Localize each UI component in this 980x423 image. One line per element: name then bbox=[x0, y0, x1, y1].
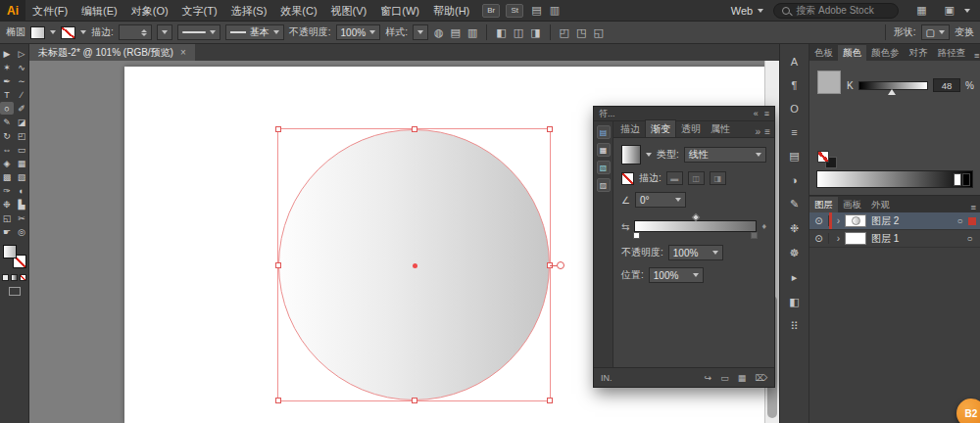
artboard-tool[interactable]: ◱ bbox=[0, 212, 14, 224]
color-mode-button[interactable] bbox=[2, 274, 9, 281]
layer-thumbnail[interactable] bbox=[845, 214, 866, 227]
width-tool[interactable]: ⇔ bbox=[0, 143, 14, 156]
grid-icon[interactable]: ▦ bbox=[738, 373, 747, 383]
gradient-type-dropdown[interactable]: 线性 bbox=[684, 147, 766, 163]
hand-tool[interactable]: ☛ bbox=[0, 225, 14, 238]
shape-properties-dropdown[interactable]: ▢ bbox=[921, 24, 950, 40]
stroke-weight-input[interactable] bbox=[119, 24, 152, 40]
align-top-icon[interactable]: ◰ bbox=[559, 26, 570, 39]
layer-row[interactable]: ⊙ › 图层 1 ○ bbox=[809, 230, 980, 248]
selection-handle[interactable] bbox=[275, 126, 281, 132]
layer-name[interactable]: 图层 2 bbox=[871, 214, 954, 228]
grayscale-spectrum[interactable] bbox=[816, 170, 973, 188]
tab-align[interactable]: 对齐 bbox=[905, 45, 933, 61]
layer-name[interactable]: 图层 1 bbox=[871, 232, 963, 246]
paintbrush-tool[interactable]: ✐ bbox=[15, 102, 28, 115]
reverse-gradient-icon[interactable]: ⇆ bbox=[621, 221, 629, 232]
menu-file[interactable]: 文件(F) bbox=[25, 0, 74, 22]
preferences-icon[interactable]: ▥ bbox=[466, 26, 478, 39]
panel-menu-icon[interactable]: ≡ bbox=[966, 202, 980, 212]
scale-tool[interactable]: ◰ bbox=[15, 129, 28, 142]
menu-type[interactable]: 文字(T) bbox=[175, 0, 224, 22]
selection-handle[interactable] bbox=[275, 398, 281, 403]
selection-handle[interactable] bbox=[547, 398, 553, 403]
column-graph-tool[interactable]: ▙ bbox=[15, 198, 28, 211]
screen-mode-button[interactable] bbox=[9, 287, 21, 296]
line-segment-tool[interactable]: ∕ bbox=[15, 88, 28, 101]
visibility-eye-icon[interactable]: ⊙ bbox=[809, 215, 829, 226]
eraser-tool[interactable]: ◪ bbox=[15, 116, 28, 128]
stroke-along-button[interactable]: ◫ bbox=[688, 171, 705, 185]
fill-color-swatch[interactable] bbox=[30, 26, 45, 39]
stock-search-input[interactable]: 搜索 Adobe Stock bbox=[773, 3, 899, 19]
stroke-weight-dropdown[interactable] bbox=[157, 24, 172, 40]
style-dropdown[interactable] bbox=[413, 24, 428, 40]
fill-none-swatch[interactable] bbox=[817, 151, 829, 163]
tab-pathfinder[interactable]: 路径查 bbox=[933, 45, 971, 61]
brushes-mini-icon[interactable]: ▦ bbox=[597, 143, 611, 157]
appearance-panel-icon[interactable]: ≡ bbox=[791, 126, 797, 138]
panel-menu-icon[interactable]: ≡ bbox=[764, 126, 770, 137]
tab-overflow-icon[interactable]: » bbox=[756, 126, 761, 137]
tab-artboards[interactable]: 画板 bbox=[838, 197, 866, 212]
none-mode-button[interactable] bbox=[20, 274, 26, 281]
tab-gradient[interactable]: 渐变 bbox=[645, 119, 676, 137]
slice-tool[interactable]: ✂ bbox=[15, 212, 28, 224]
stepper-arrows-icon[interactable] bbox=[141, 29, 147, 36]
expand-arrow-icon[interactable]: › bbox=[832, 215, 845, 226]
gradient-stop-end[interactable] bbox=[751, 232, 758, 239]
k-value-input[interactable]: 48 bbox=[933, 78, 960, 92]
duplicate-icon[interactable]: ▭ bbox=[720, 373, 729, 383]
align-left-icon[interactable]: ◧ bbox=[495, 26, 507, 39]
menu-view[interactable]: 视图(V) bbox=[324, 0, 374, 22]
layer-row[interactable]: ⊙ › 图层 2 ○ bbox=[809, 212, 980, 230]
selection-handle[interactable] bbox=[412, 398, 417, 403]
bridge-badge[interactable]: Br bbox=[482, 4, 500, 18]
tab-properties[interactable]: 属性 bbox=[706, 120, 735, 137]
tab-color[interactable]: 颜色 bbox=[838, 45, 866, 61]
visibility-eye-icon[interactable]: ⊙ bbox=[809, 233, 829, 244]
workspace-switcher[interactable]: Web bbox=[731, 5, 763, 17]
target-circle-icon[interactable]: ○ bbox=[954, 215, 966, 226]
stroke-color-swatch[interactable] bbox=[61, 26, 75, 39]
angle-dropdown[interactable]: 0° bbox=[635, 192, 686, 208]
rotate-tool[interactable]: ↻ bbox=[0, 129, 14, 142]
black-quick-swatch[interactable] bbox=[962, 173, 970, 186]
lasso-tool[interactable]: ∿ bbox=[15, 61, 28, 73]
stroke-across-button[interactable]: ◨ bbox=[710, 171, 726, 185]
notification-badge[interactable]: B2 bbox=[956, 399, 980, 423]
tab-layers[interactable]: 图层 bbox=[809, 197, 838, 212]
tab-stroke[interactable]: 描边 bbox=[615, 120, 645, 137]
current-color-swatch[interactable] bbox=[817, 70, 841, 94]
tab-swatches[interactable]: 色板 bbox=[809, 45, 838, 61]
swatches-mini-icon[interactable]: ▤ bbox=[597, 125, 611, 139]
arrange-documents-icon[interactable]: ▤ bbox=[531, 4, 541, 17]
magic-wand-tool[interactable]: ✶ bbox=[0, 61, 14, 73]
menu-effect[interactable]: 效果(C) bbox=[273, 0, 323, 22]
menu-edit[interactable]: 编辑(E) bbox=[74, 0, 124, 22]
color-guide-panel-icon[interactable]: ◑ bbox=[791, 174, 798, 186]
gradient-mode-button[interactable] bbox=[11, 274, 18, 281]
close-tab-icon[interactable]: × bbox=[180, 47, 186, 58]
fill-swatch[interactable] bbox=[3, 245, 17, 258]
k-slider[interactable] bbox=[858, 81, 928, 90]
gradient-stroke-thumbnail[interactable] bbox=[621, 172, 634, 185]
brushes-panel-icon[interactable]: ✎ bbox=[790, 198, 799, 211]
gradient-fill-thumbnail[interactable] bbox=[621, 145, 641, 164]
graphic-styles-mini-icon[interactable]: ▨ bbox=[597, 178, 611, 192]
stroke-within-button[interactable]: ▬ bbox=[666, 171, 683, 185]
mesh-tool[interactable]: ▩ bbox=[0, 170, 14, 183]
doc-grid-icon[interactable]: ▤ bbox=[450, 26, 462, 39]
k-slider-handle[interactable] bbox=[888, 89, 896, 95]
document-setup-icon[interactable]: ◍ bbox=[433, 26, 445, 39]
gradient-slider[interactable] bbox=[634, 220, 757, 232]
tab-color-guide[interactable]: 颜色参 bbox=[866, 45, 905, 61]
panel-menu-icon[interactable]: ≡ bbox=[970, 50, 980, 61]
location-dropdown[interactable]: 100% bbox=[649, 267, 704, 283]
panels-icon[interactable]: ▣ bbox=[945, 4, 955, 17]
white-quick-swatch[interactable] bbox=[954, 173, 961, 186]
ellipse-tool[interactable]: ○ bbox=[0, 102, 14, 115]
trash-icon[interactable]: ⌦ bbox=[755, 373, 767, 383]
target-circle-icon[interactable]: ○ bbox=[963, 233, 976, 244]
opentype-panel-icon[interactable]: O bbox=[790, 103, 799, 115]
